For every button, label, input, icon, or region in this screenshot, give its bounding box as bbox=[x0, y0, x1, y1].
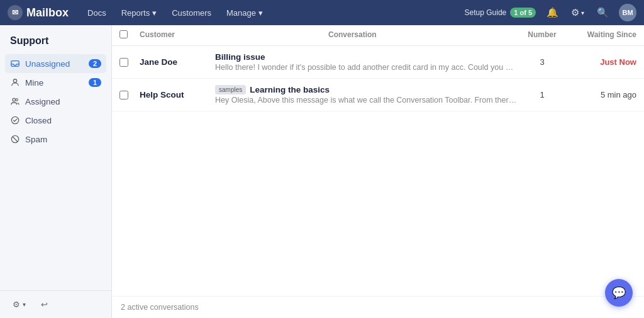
conversation-preview: Hey Olesia, Above this message is what w… bbox=[215, 96, 517, 105]
chat-fab-button[interactable]: 💬 bbox=[605, 279, 633, 307]
conversation-number: 1 bbox=[517, 90, 567, 99]
sidebar-nav: Unassigned 2 Mine 1 bbox=[0, 54, 111, 290]
row-checkbox-cell bbox=[119, 91, 140, 99]
svg-point-1 bbox=[13, 79, 16, 82]
conversation-column-header: Conversation bbox=[328, 30, 517, 40]
table-header: Customer Conversation Number Waiting Sin… bbox=[112, 25, 644, 46]
conversation-tag: samples bbox=[215, 85, 246, 94]
nav-right-actions: Setup Guide 1 of 5 🔔 ⚙▾ 🔍 BM bbox=[465, 4, 636, 21]
select-all-checkbox-cell bbox=[119, 30, 140, 40]
chat-icon: 💬 bbox=[612, 286, 626, 300]
top-navigation: ✉ Mailbox Docs Reports ▾ Customers Manag… bbox=[0, 0, 644, 25]
conversation-content: Billing issue Hello there! I wonder if i… bbox=[215, 52, 517, 72]
sidebar: Support Unassigned 2 bbox=[0, 25, 112, 318]
number-column-header: Number bbox=[517, 30, 567, 40]
chevron-down-icon: ▾ bbox=[152, 8, 157, 18]
check-circle-icon bbox=[10, 115, 20, 125]
setup-guide-button[interactable]: Setup Guide 1 of 5 bbox=[465, 8, 536, 18]
waiting-since: 5 min ago bbox=[567, 90, 636, 99]
nav-docs[interactable]: Docs bbox=[81, 6, 113, 20]
sidebar-settings-button[interactable]: ⚙ ▾ bbox=[8, 297, 31, 312]
row-checkbox[interactable] bbox=[119, 58, 128, 67]
logo-icon: ✉ bbox=[8, 5, 23, 20]
chevron-down-icon: ▾ bbox=[258, 8, 263, 18]
settings-icon[interactable]: ⚙▾ bbox=[569, 4, 586, 21]
main-layout: Support Unassigned 2 bbox=[0, 25, 644, 318]
select-all-checkbox[interactable] bbox=[119, 30, 128, 38]
conversation-content: samples Learning the basics Hey Olesia, … bbox=[215, 85, 517, 105]
nav-links: Docs Reports ▾ Customers Manage ▾ bbox=[81, 6, 452, 20]
setup-progress-badge: 1 of 5 bbox=[510, 8, 536, 18]
sidebar-item-unassigned[interactable]: Unassigned 2 bbox=[5, 54, 106, 73]
search-icon[interactable]: 🔍 bbox=[594, 4, 611, 21]
sidebar-footer: ⚙ ▾ ↩ bbox=[0, 290, 111, 318]
unassigned-label: Unassigned bbox=[25, 59, 84, 69]
table-row[interactable]: Jane Doe Billing issue Hello there! I wo… bbox=[112, 46, 644, 79]
svg-point-3 bbox=[16, 99, 18, 101]
conversation-preview: Hello there! I wonder if it's possible t… bbox=[215, 63, 517, 72]
conversation-title: Billing issue bbox=[215, 52, 517, 62]
nav-reports[interactable]: Reports ▾ bbox=[115, 6, 164, 20]
user-icon bbox=[10, 77, 20, 88]
conversation-number: 3 bbox=[517, 57, 567, 67]
sidebar-item-mine[interactable]: Mine 1 bbox=[5, 73, 106, 92]
gear-icon: ⚙ bbox=[13, 300, 20, 309]
mine-badge: 1 bbox=[89, 78, 101, 87]
sidebar-item-spam[interactable]: Spam bbox=[5, 130, 106, 149]
sidebar-item-assigned[interactable]: Assigned bbox=[5, 92, 106, 111]
row-checkbox-cell bbox=[119, 58, 140, 67]
sidebar-compose-button[interactable]: ↩ bbox=[36, 297, 53, 312]
logo-text: Mailbox bbox=[26, 6, 69, 20]
content-area: Customer Conversation Number Waiting Sin… bbox=[112, 25, 644, 318]
customer-column-header: Customer bbox=[140, 30, 328, 40]
nav-manage[interactable]: Manage ▾ bbox=[220, 6, 269, 20]
logo[interactable]: ✉ Mailbox bbox=[8, 5, 69, 20]
user-avatar[interactable]: BM bbox=[619, 4, 636, 21]
waiting-since: Just Now bbox=[567, 57, 636, 67]
sidebar-title: Support bbox=[0, 25, 111, 54]
assigned-label: Assigned bbox=[25, 97, 101, 106]
table-row[interactable]: Help Scout samples Learning the basics H… bbox=[112, 79, 644, 111]
svg-point-2 bbox=[13, 98, 15, 101]
notifications-icon[interactable]: 🔔 bbox=[543, 4, 561, 21]
nav-customers[interactable]: Customers bbox=[165, 6, 218, 20]
waiting-since-column-header: Waiting Since bbox=[567, 30, 636, 40]
closed-label: Closed bbox=[25, 116, 101, 125]
unassigned-badge: 2 bbox=[89, 59, 101, 68]
ban-icon bbox=[10, 134, 20, 144]
customer-name: Jane Doe bbox=[140, 57, 215, 67]
spam-label: Spam bbox=[25, 135, 101, 144]
mine-label: Mine bbox=[25, 78, 84, 88]
inbox-icon bbox=[10, 59, 20, 69]
sidebar-item-closed[interactable]: Closed bbox=[5, 111, 106, 130]
row-checkbox[interactable] bbox=[119, 91, 128, 99]
compose-icon: ↩ bbox=[41, 300, 48, 309]
customer-name: Help Scout bbox=[140, 90, 215, 99]
active-conversations-count: 2 active conversations bbox=[112, 296, 644, 318]
users-icon bbox=[10, 96, 20, 106]
conversations-table: Customer Conversation Number Waiting Sin… bbox=[112, 25, 644, 296]
conversation-title: samples Learning the basics bbox=[215, 85, 517, 94]
chevron-down-icon: ▾ bbox=[23, 301, 26, 308]
